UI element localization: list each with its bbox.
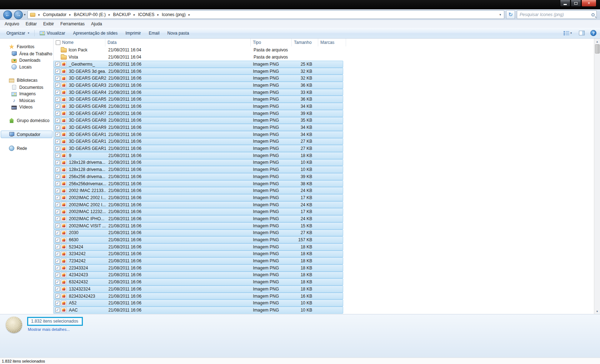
menu-item[interactable]: Arquivo — [1, 21, 22, 27]
file-row[interactable]: ✓ A52 21/08/2011 16:06 Imagem PNG 10 KB — [54, 299, 343, 307]
row-checkbox[interactable]: ✓ — [55, 202, 60, 207]
row-checkbox[interactable]: ✓ — [55, 69, 60, 74]
toolbar-button[interactable]: Imprimir — [122, 30, 144, 37]
file-row[interactable]: ✓ 128x128 drivema... 21/08/2011 16:06 Im… — [54, 159, 343, 166]
breadcrumb-segment-label[interactable]: Computador — [42, 11, 68, 18]
organize-button[interactable]: Organizar ▾ — [4, 30, 32, 37]
row-checkbox[interactable]: ✓ — [55, 76, 60, 81]
row-checkbox[interactable]: ✓ — [55, 90, 60, 95]
sidebar-group-header[interactable]: Rede — [1, 145, 52, 152]
file-row[interactable]: ✓ 7234242 21/08/2011 16:06 Imagem PNG 18… — [54, 257, 343, 264]
address-dropdown-icon[interactable]: ▾ — [498, 13, 502, 16]
sidebar-group-header[interactable]: Bibliotecas — [1, 77, 52, 84]
breadcrumb-segment-label[interactable]: ICONES — [137, 11, 155, 18]
row-checkbox[interactable]: ✓ — [55, 118, 60, 123]
file-row[interactable]: ✓ 3D GEARS GEAR5 21/08/2011 16:06 Imagem… — [54, 96, 343, 103]
row-checkbox[interactable]: ✓ — [55, 62, 60, 66]
row-checkbox[interactable]: ✓ — [55, 111, 60, 116]
sidebar-item[interactable]: Locais — [0, 64, 53, 70]
row-checkbox[interactable]: ✓ — [55, 231, 60, 235]
vertical-scrollbar[interactable]: ▲ ▼ — [594, 39, 600, 314]
row-checkbox[interactable]: ✓ — [55, 132, 60, 137]
file-row[interactable]: ✓ 256x256 drivema... 21/08/2011 16:06 Im… — [54, 173, 343, 180]
toolbar-button[interactable]: Apresentação de slides — [70, 30, 121, 37]
close-button[interactable]: × — [581, 0, 596, 7]
column-header-marcas[interactable]: Marcas — [318, 39, 346, 46]
row-checkbox[interactable]: ✓ — [55, 238, 60, 242]
row-checkbox[interactable]: ✓ — [55, 244, 60, 249]
search-icon[interactable] — [591, 13, 595, 16]
row-checkbox[interactable]: ✓ — [55, 301, 60, 305]
menu-item[interactable]: Ajuda — [88, 21, 105, 27]
column-header-tamanho[interactable]: Tamanho — [292, 39, 318, 46]
menu-item[interactable]: Exibir — [40, 21, 57, 27]
row-checkbox[interactable]: ✓ — [55, 167, 60, 172]
file-row[interactable]: ✓ 128x128 drivema... 21/08/2011 16:06 Im… — [54, 166, 343, 173]
column-header-nome[interactable]: Nome — [61, 39, 105, 46]
file-row[interactable]: ✓ 42342423 21/08/2011 16:06 Imagem PNG 1… — [54, 272, 343, 279]
sidebar-item[interactable]: Imagens — [0, 91, 53, 97]
file-row[interactable]: ✓ 523424 21/08/2011 16:06 Imagem PNG 18 … — [54, 243, 343, 251]
sidebar-item[interactable]: Vídeos — [0, 104, 53, 110]
breadcrumb-segment-label[interactable]: BACKUP — [112, 11, 132, 18]
minimize-button[interactable] — [560, 0, 570, 7]
row-checkbox[interactable]: ✓ — [55, 287, 60, 291]
row-checkbox[interactable]: ✓ — [55, 273, 60, 277]
sidebar-item[interactable]: Área de Trabalho — [0, 50, 53, 57]
row-checkbox[interactable]: ✓ — [55, 146, 60, 151]
toolbar-button[interactable]: Email — [146, 30, 162, 37]
toolbar-button[interactable]: Nova pasta — [165, 30, 192, 37]
file-row[interactable]: ✓ 2002IMAC IPHO... 21/08/2011 16:06 Imag… — [54, 215, 343, 222]
row-checkbox[interactable]: ✓ — [55, 139, 60, 144]
scrollbar-thumb[interactable] — [595, 44, 600, 54]
change-view-button[interactable]: ▾ — [562, 30, 573, 36]
breadcrumb-segment[interactable]: BACKUP ▸ — [112, 11, 137, 18]
file-row[interactable]: ✓ 6630 21/08/2011 16:06 Imagem PNG 157 K… — [54, 236, 343, 243]
back-button[interactable]: ← — [3, 10, 12, 19]
scroll-down-button[interactable]: ▼ — [595, 308, 600, 314]
scroll-up-button[interactable]: ▲ — [595, 39, 600, 44]
row-checkbox[interactable]: ✓ — [55, 160, 60, 165]
menu-item[interactable]: Ferramentas — [57, 21, 88, 27]
address-box[interactable]: ▸ Computador ▸ BACKUP-00 (E:) ▸ BACKUP ▸… — [28, 10, 504, 19]
menu-item[interactable]: Editar — [22, 21, 40, 27]
folder-row[interactable]: Icon Pack 21/08/2011 16:04 Pasta de arqu… — [54, 46, 600, 54]
row-checkbox[interactable]: ✓ — [55, 153, 60, 158]
row-checkbox[interactable]: ✓ — [55, 104, 60, 108]
select-all-checkbox[interactable]: ✓ — [56, 40, 60, 45]
row-checkbox[interactable]: ✓ — [55, 83, 60, 87]
row-checkbox[interactable]: ✓ — [55, 125, 60, 130]
forward-button[interactable]: → — [14, 10, 23, 19]
sidebar-group-header[interactable]: Computador — [1, 131, 52, 138]
row-checkbox[interactable]: ✓ — [55, 174, 60, 179]
file-row[interactable]: ✓ 3D GEARS GEAR7 21/08/2011 16:06 Imagem… — [54, 110, 343, 117]
toolbar-button[interactable]: Visualizar — [37, 30, 68, 37]
preview-pane-button[interactable] — [578, 30, 586, 36]
file-row[interactable]: ✓ 2002 IMAC 22133... 21/08/2011 16:06 Im… — [54, 187, 343, 194]
breadcrumb-segment[interactable]: ICONES ▸ — [137, 11, 161, 18]
help-button[interactable]: ? — [590, 30, 596, 36]
file-row[interactable]: ✓ 3D GEARS GEAR8 21/08/2011 16:06 Imagem… — [54, 117, 343, 124]
row-checkbox[interactable]: ✓ — [55, 259, 60, 263]
file-row[interactable]: ✓ AAC 21/08/2011 16:06 Imagem PNG 10 KB — [54, 307, 343, 314]
file-row[interactable]: ✓ 2002IMAC 12232... 21/08/2011 16:06 Ima… — [54, 208, 343, 215]
file-row[interactable]: ✓ 2002IMAC VISIT ... 21/08/2011 16:06 Im… — [54, 222, 343, 229]
sidebar-group-header[interactable]: Grupo doméstico — [1, 117, 52, 124]
row-checkbox[interactable]: ✓ — [55, 308, 60, 312]
file-row[interactable]: ✓ _Geotherms_ 21/08/2011 16:06 Imagem PN… — [54, 61, 343, 68]
file-row[interactable]: ✓ 2002IMAC 2002 I... 21/08/2011 16:06 Im… — [54, 194, 343, 201]
file-row[interactable]: ✓ 3D GEARS GEAR3 21/08/2011 16:06 Imagem… — [54, 82, 343, 89]
row-checkbox[interactable]: ✓ — [55, 188, 60, 193]
file-row[interactable]: ✓ 3234242 21/08/2011 16:06 Imagem PNG 18… — [54, 251, 343, 258]
folder-row[interactable]: Vista 21/08/2011 16:04 Pasta de arquivos — [54, 54, 600, 61]
row-checkbox[interactable]: ✓ — [55, 209, 60, 214]
file-row[interactable]: ✓ 2030 21/08/2011 16:06 Imagem PNG 27 KB — [54, 229, 343, 237]
row-checkbox[interactable]: ✓ — [55, 252, 60, 256]
column-header-tipo[interactable]: Tipo — [251, 39, 292, 46]
breadcrumb-segment[interactable]: Icones (png) ▸ — [161, 11, 192, 18]
breadcrumb-segment[interactable]: Computador ▸ — [42, 11, 73, 18]
recent-pages-dropdown-icon[interactable]: ▾ — [24, 13, 26, 16]
row-checkbox[interactable]: ✓ — [55, 223, 60, 228]
row-checkbox[interactable]: ✓ — [55, 280, 60, 284]
sidebar-item[interactable]: Downloads — [0, 57, 53, 64]
